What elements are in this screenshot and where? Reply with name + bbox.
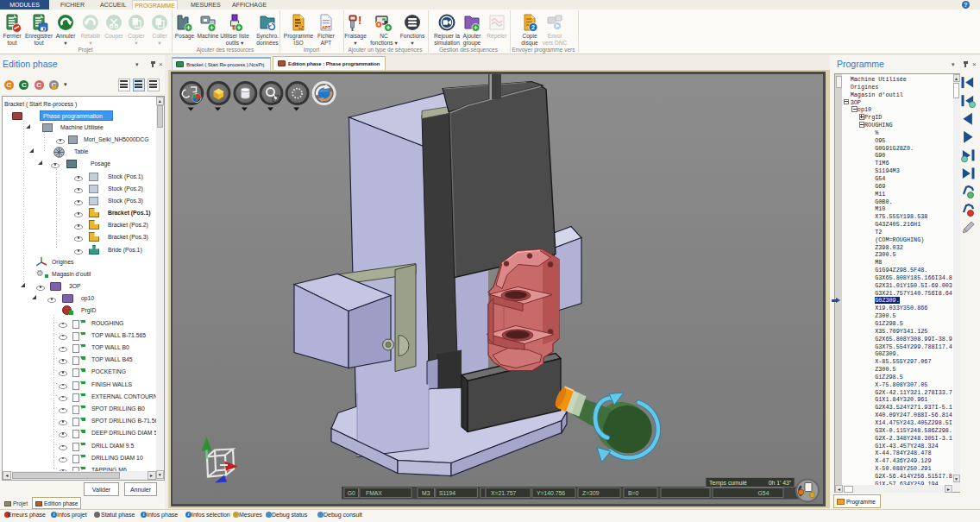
svg-text:B=0: B=0 bbox=[628, 489, 639, 495]
svg-text:2: 2 bbox=[531, 24, 535, 30]
svg-text:Y=140.756: Y=140.756 bbox=[537, 489, 565, 495]
svg-text:X=21.757: X=21.757 bbox=[491, 489, 517, 495]
svg-text:S1194: S1194 bbox=[439, 489, 455, 495]
svg-text:FMAX: FMAX bbox=[366, 489, 382, 495]
svg-text:APT: APT bbox=[322, 25, 330, 30]
svg-text:M3: M3 bbox=[422, 489, 430, 495]
svg-text:Z=309: Z=309 bbox=[582, 489, 600, 495]
svg-text:NC: NC bbox=[298, 25, 305, 29]
svg-text:G0: G0 bbox=[348, 489, 355, 495]
svg-text:Temps cumulé: Temps cumulé bbox=[709, 479, 747, 486]
svg-text:!: ! bbox=[358, 14, 361, 27]
svg-text:0h 1’ 43”: 0h 1’ 43” bbox=[769, 479, 792, 485]
svg-text:G54: G54 bbox=[758, 489, 770, 495]
